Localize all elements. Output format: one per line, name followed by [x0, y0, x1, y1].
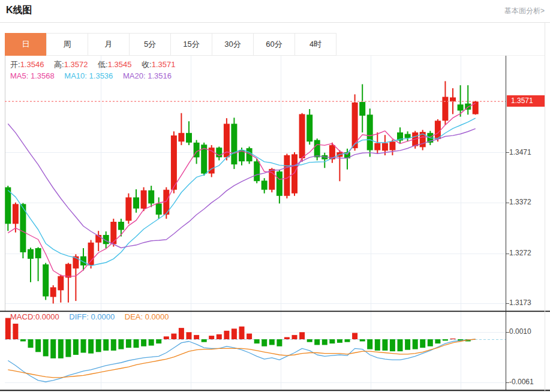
- high-label: 高:: [54, 60, 64, 69]
- tab-15min[interactable]: 15分: [170, 33, 212, 56]
- low-label: 低:: [98, 60, 108, 69]
- tab-5min[interactable]: 5分: [129, 33, 171, 56]
- last-price-tag: 1.3571: [507, 95, 545, 107]
- close-label: 收:: [142, 60, 152, 69]
- tab-month[interactable]: 月: [88, 33, 130, 56]
- macd-axis-tick-2: -0.0061: [509, 378, 534, 386]
- price-axis-tick-1: 1.3471: [509, 148, 531, 156]
- period-tabbar: 日 周 月 5分 15分 30分 60分 4时: [5, 33, 336, 56]
- tab-day[interactable]: 日: [5, 33, 47, 56]
- high-value: 1.3572: [64, 60, 88, 69]
- macd-legend: MACD:0.0000 DIFF: 0.0000 DEA: 0.0000: [10, 312, 177, 321]
- ma20-label: MA20:: [123, 71, 146, 80]
- dea-label: DEA:: [125, 312, 143, 321]
- tab-week[interactable]: 周: [46, 33, 88, 56]
- ma10-label: MA10:: [64, 71, 87, 80]
- close-value: 1.3571: [152, 60, 176, 69]
- diff-label: DIFF:: [69, 312, 89, 321]
- ma10-value: 1.3536: [89, 71, 113, 80]
- tab-30min[interactable]: 30分: [212, 33, 254, 56]
- tab-60min[interactable]: 60分: [253, 33, 295, 56]
- price-axis-tick-2: 1.3372: [509, 198, 531, 206]
- low-value: 1.3545: [108, 60, 132, 69]
- macd-label: MACD:: [10, 312, 35, 321]
- panel-right-border: [545, 23, 545, 391]
- macd-value: 0.0000: [35, 312, 59, 321]
- page-title: K线图: [6, 4, 32, 17]
- fundamental-analysis-link[interactable]: 基本面分析>: [504, 6, 545, 16]
- macd-axis-tick-1: 0.0010: [509, 327, 531, 336]
- ma-legend: MA5: 1.3568 MA10: 1.3536 MA20: 1.3516: [10, 71, 179, 80]
- price-axis-tick-3: 1.3272: [509, 249, 531, 257]
- title-divider: [0, 22, 550, 23]
- ma5-value: 1.3568: [31, 71, 55, 80]
- price-axis-tick-4: 1.3173: [509, 298, 531, 307]
- dea-value: 0.0000: [145, 312, 169, 321]
- open-value: 1.3546: [20, 60, 44, 69]
- open-label: 开:: [10, 60, 20, 69]
- ohlc-legend: 开:1.3546 高:1.3572 低:1.3545 收:1.3571: [10, 59, 183, 70]
- diff-value: 0.0000: [91, 312, 115, 321]
- tab-4hour[interactable]: 4时: [294, 33, 336, 56]
- ma5-label: MA5:: [10, 71, 28, 80]
- ma20-value: 1.3516: [148, 71, 172, 80]
